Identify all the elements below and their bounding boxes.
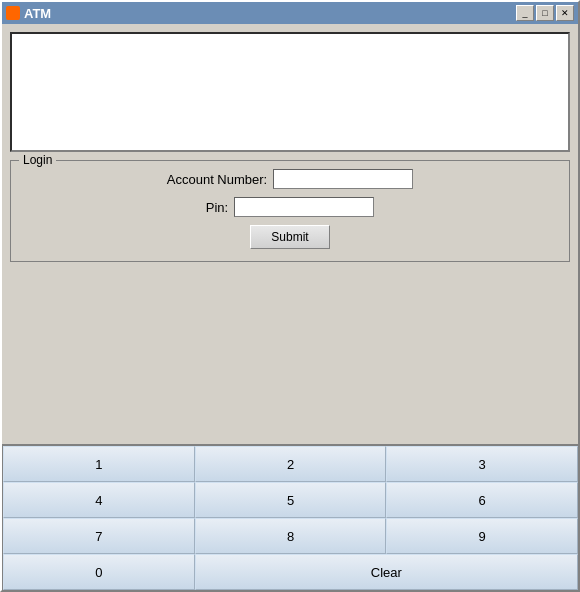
key-7-button[interactable]: 7 xyxy=(3,518,195,554)
key-9-button[interactable]: 9 xyxy=(386,518,578,554)
key-1-button[interactable]: 1 xyxy=(3,446,195,482)
pin-input[interactable] xyxy=(234,197,374,217)
submit-row: Submit xyxy=(23,225,557,249)
login-legend: Login xyxy=(19,153,56,167)
pin-label: Pin: xyxy=(206,200,228,215)
keypad-area: 1 2 3 4 5 6 7 8 9 0 Clear xyxy=(2,444,578,590)
account-number-input[interactable] xyxy=(273,169,413,189)
key-3-button[interactable]: 3 xyxy=(386,446,578,482)
minimize-button[interactable]: _ xyxy=(516,5,534,21)
key-4-button[interactable]: 4 xyxy=(3,482,195,518)
title-bar: ATM _ □ ✕ xyxy=(2,2,578,24)
account-number-row: Account Number: xyxy=(23,169,557,189)
atm-window: ATM _ □ ✕ Login Account Number: Pin: Sub… xyxy=(0,0,580,592)
content-area: Login Account Number: Pin: Submit xyxy=(2,24,578,444)
display-area xyxy=(10,32,570,152)
close-button[interactable]: ✕ xyxy=(556,5,574,21)
login-group: Login Account Number: Pin: Submit xyxy=(10,160,570,262)
key-8-button[interactable]: 8 xyxy=(195,518,387,554)
submit-button[interactable]: Submit xyxy=(250,225,330,249)
title-bar-text: ATM xyxy=(6,6,51,21)
maximize-button[interactable]: □ xyxy=(536,5,554,21)
key-5-button[interactable]: 5 xyxy=(195,482,387,518)
pin-row: Pin: xyxy=(23,197,557,217)
title-bar-controls: _ □ ✕ xyxy=(516,5,574,21)
key-6-button[interactable]: 6 xyxy=(386,482,578,518)
window-title: ATM xyxy=(24,6,51,21)
account-number-label: Account Number: xyxy=(167,172,267,187)
clear-button[interactable]: Clear xyxy=(195,554,578,590)
keypad-grid: 1 2 3 4 5 6 7 8 9 xyxy=(2,446,578,554)
middle-area xyxy=(10,270,570,436)
bottom-row: 0 Clear xyxy=(2,554,578,590)
key-2-button[interactable]: 2 xyxy=(195,446,387,482)
key-0-button[interactable]: 0 xyxy=(3,554,195,590)
app-icon xyxy=(6,6,20,20)
